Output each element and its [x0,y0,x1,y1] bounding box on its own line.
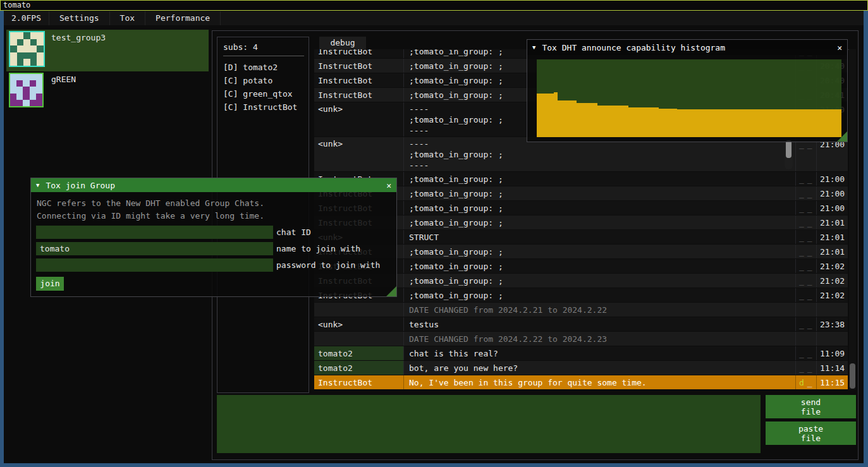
message-sender: <unk> [314,317,404,331]
avatar-cell [36,80,42,87]
chat-scrollbar-thumb[interactable] [850,363,855,389]
delivery-indicators: __ [796,361,817,375]
indicator-mark: _ [807,348,812,360]
message-timestamp: 21:01 [817,245,848,258]
join-name-field[interactable] [36,242,273,255]
window-frame-left [0,11,4,463]
message-sender: <unk> [314,102,404,136]
avatar-cell [17,45,24,52]
avatar-cell [10,100,16,106]
delivery-indicators: __ [796,172,817,186]
avatar-cell [37,45,44,52]
indicator-mark: _ [807,289,812,302]
avatar-cell [17,59,24,66]
message-cell-scrollbar-thumb[interactable] [786,140,792,158]
member-item-potato[interactable]: [C] potato [223,74,309,87]
histogram-bar-segment [577,103,598,137]
indicator-mark: _ [807,188,812,200]
avatar-cell [30,52,37,59]
tomato-app-window: tomato 2.0FPS Settings Tox Performance t… [0,0,868,467]
avatar-cell [23,45,30,52]
resize-grip[interactable] [386,286,396,296]
indicator-mark: _ [807,173,812,186]
join-name-label: name to join with [276,244,360,253]
delivery-indicators: __ [796,288,817,302]
avatar-cell [30,80,36,87]
message-timestamp: 23:38 [817,317,848,331]
indicator-mark: _ [799,260,804,273]
message-cell-scrollbar[interactable] [785,139,793,169]
delivery-indicators [796,303,817,317]
avatar-cell [30,87,36,93]
menu-item-tox[interactable]: Tox [110,11,145,25]
menu-bar: 2.0FPS Settings Tox Performance [4,11,864,25]
message-text: ;tomato_in_group: ; [404,215,796,229]
message-timestamp: 21:01 [817,215,848,229]
message-text: ;tomato_in_group: ; [404,201,796,215]
dht-capability-plot [537,59,841,137]
message-text: chat is this real? [404,346,796,360]
avatar-cell [10,74,16,80]
indicator-mark: _ [807,217,812,229]
message-row[interactable]: tomato2chat is this real?__11:09 [314,346,848,361]
join-password-field[interactable] [36,258,273,272]
delivery-indicators: __ [796,215,817,229]
resize-grip[interactable] [837,131,847,142]
avatar-cell [37,52,44,59]
message-sender: tomato2 [314,346,404,360]
menu-item-settings[interactable]: Settings [49,11,110,25]
avatar-cell [36,87,42,93]
dht-histogram-titlebar[interactable]: ▼ Tox DHT announce capability histogram … [527,40,847,55]
delivery-indicators: __ [796,259,817,273]
indicator-mark: _ [807,362,812,375]
message-row[interactable]: <unk>----;tomato_in_group: ;----__21:00 [314,137,848,172]
indicator-mark: _ [807,231,812,244]
menu-item-performance[interactable]: Performance [145,11,221,25]
group-avatar-test-group3 [9,31,45,67]
date-changed-row[interactable]: DATE CHANGED from 2024.2.21 to 2024.2.22 [314,303,848,317]
avatar-cell [36,100,42,106]
avatar-cell [17,32,24,39]
date-changed-row[interactable]: DATE CHANGED from 2024.2.22 to 2024.2.23 [314,332,848,346]
message-row[interactable]: <unk>testus__23:38 [314,317,848,332]
message-sender: InstructBot [314,49,404,58]
member-item-instructbot[interactable]: [C] InstructBot [223,100,309,114]
join-password-label: password to join with [276,260,380,270]
message-text: ;tomato_in_group: ; [404,288,796,302]
window-titlebar: tomato [0,0,868,11]
delivery-indicators: __ [796,274,817,288]
join-group-titlebar[interactable]: ▼ Tox join Group ✕ [31,178,396,192]
indicator-mark: _ [807,318,812,331]
indicator-mark: _ [807,202,812,215]
close-icon[interactable]: ✕ [386,181,391,190]
avatar-cell [30,59,37,66]
collapse-arrow-icon[interactable]: ▼ [36,182,39,188]
collapse-arrow-icon[interactable]: ▼ [532,44,535,51]
message-row[interactable]: tomato2bot, are you new here?__11:14 [314,361,848,375]
message-text: ----;tomato_in_group: ;---- [404,137,796,171]
dht-histogram-window: ▼ Tox DHT announce capability histogram … [527,39,848,142]
subs-count: subs: 4 [223,42,309,52]
paste-file-button[interactable]: paste file [766,422,856,445]
message-timestamp [817,332,848,346]
message-sender: InstructBot [314,59,404,73]
message-timestamp: 21:00 [817,186,848,200]
chat-id-field[interactable] [36,226,273,239]
member-item-tomato2[interactable]: [D] tomato2 [223,61,309,74]
indicator-mark: _ [799,202,804,215]
message-sender: InstructBot [314,88,404,102]
avatar-cell [30,74,36,80]
histogram-bar-segment [677,109,841,137]
close-icon[interactable]: ✕ [837,43,842,52]
send-file-button[interactable]: send file [766,395,856,418]
message-timestamp: 21:00 [817,137,848,171]
message-sender: tomato2 [314,361,404,375]
member-item-green-qtox[interactable]: [C] green_qtox [223,87,309,100]
join-button[interactable]: join [36,277,64,291]
message-input[interactable] [217,395,761,453]
message-timestamp: 11:14 [817,361,848,375]
chat-scrollbar[interactable] [849,49,856,390]
avatar-cell [10,52,17,59]
tab-debug[interactable]: debug [319,37,366,49]
message-row[interactable]: InstructBotNo, I've been in this group f… [314,375,848,390]
